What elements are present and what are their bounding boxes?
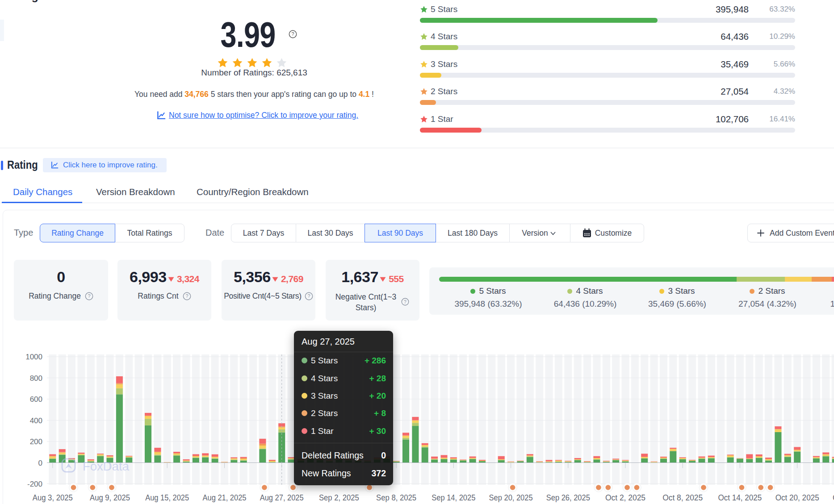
svg-text:Aug 27, 2025: Aug 27, 2025 [260, 493, 304, 502]
svg-text:Sep 8, 2025: Sep 8, 2025 [376, 493, 416, 502]
svg-text:Aug 9, 2025: Aug 9, 2025 [90, 493, 130, 502]
svg-text:Sep 2, 2025: Sep 2, 2025 [319, 493, 359, 502]
svg-text:Sep 26, 2025: Sep 26, 2025 [546, 493, 590, 502]
svg-text:800: 800 [30, 374, 42, 383]
svg-text:Oct 14, 2025: Oct 14, 2025 [718, 493, 762, 502]
svg-text:Aug 3, 2025: Aug 3, 2025 [33, 493, 73, 502]
svg-text:Oct 2, 2025: Oct 2, 2025 [605, 493, 645, 502]
svg-text:Sep 14, 2025: Sep 14, 2025 [432, 493, 475, 502]
svg-text:Oct 8, 2025: Oct 8, 2025 [662, 493, 703, 502]
svg-text:Aug 15, 2025: Aug 15, 2025 [145, 493, 189, 502]
svg-text:Oct 20, 2025: Oct 20, 2025 [775, 493, 819, 502]
svg-text:0: 0 [38, 459, 42, 467]
svg-text:Sep 20, 2025: Sep 20, 2025 [489, 493, 533, 502]
svg-text:-200: -200 [27, 480, 42, 488]
svg-text:400: 400 [30, 417, 42, 425]
svg-text:600: 600 [30, 395, 42, 404]
svg-text:Aug 21, 2025: Aug 21, 2025 [203, 493, 247, 502]
svg-text:1000: 1000 [25, 353, 42, 361]
svg-text:200: 200 [30, 437, 42, 446]
svg-text:FoxData: FoxData [83, 459, 130, 473]
